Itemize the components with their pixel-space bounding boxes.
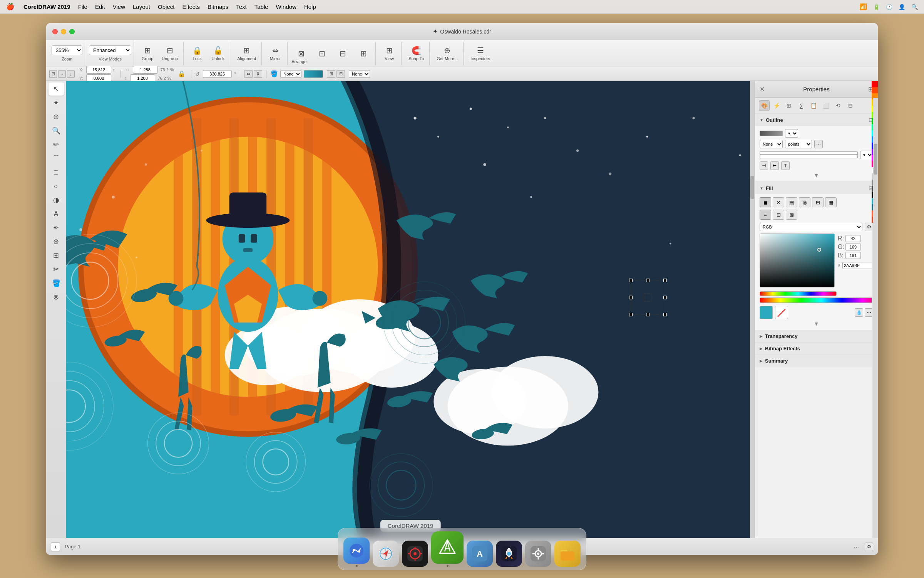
fill-none-swatch[interactable] — [775, 306, 788, 319]
status-settings-button[interactable]: ⚙ — [865, 543, 873, 551]
color-model-select[interactable]: RGB — [760, 223, 862, 231]
outline-style-select[interactable]: ▾ — [860, 151, 873, 159]
bitmap-effects-header[interactable]: ▶ Bitmap Effects — [755, 343, 878, 355]
panel-icon-clipboard[interactable]: 📋 — [808, 100, 819, 111]
outline-none-select[interactable]: None — [760, 140, 783, 148]
outline-units-select[interactable]: points — [785, 140, 812, 148]
fill-eyedropper[interactable]: 💧 — [855, 308, 863, 317]
fill-sub-1[interactable]: ≡ — [760, 210, 771, 220]
dock-coreldraw[interactable] — [431, 531, 464, 567]
dock-safari[interactable] — [373, 541, 399, 567]
panel-icon-summary[interactable]: ∑ — [796, 100, 807, 111]
eyedropper-select[interactable]: None — [349, 70, 370, 78]
panel-icon-minus[interactable]: ⊟ — [845, 100, 856, 111]
canvas-area[interactable]: CorelDRAW 2019 — [66, 81, 755, 555]
mirror-v-button[interactable]: ⇕ — [254, 70, 262, 78]
close-button[interactable] — [52, 29, 58, 34]
snap-to-button[interactable]: 🧲 Snap To — [405, 44, 427, 62]
rotation-input[interactable] — [203, 70, 232, 78]
curve-tool[interactable]: ⌒ — [49, 152, 64, 165]
outline-cap1[interactable]: ⊣ — [760, 161, 768, 170]
dock-rocket[interactable] — [496, 541, 522, 567]
alignment-button[interactable]: ⊞ Alignment — [234, 44, 259, 62]
zoom-tool[interactable]: 🔍 — [49, 124, 64, 137]
get-more-button[interactable]: ⊕ Get More... — [434, 44, 461, 62]
fill-type-solid[interactable]: ◼ — [760, 197, 771, 207]
fill-collapse[interactable]: ▼ — [760, 321, 873, 327]
fill-type-texture[interactable]: ▦ — [825, 197, 837, 207]
add-page-button[interactable]: + — [51, 542, 60, 551]
group-button[interactable]: ⊞ Group — [138, 44, 157, 62]
rect-tool[interactable]: □ — [49, 166, 64, 179]
transparency-section-header[interactable]: ▶ Transparency — [755, 330, 878, 342]
arrange-button4[interactable]: ⊞ — [354, 47, 373, 60]
extra-btn2[interactable]: ⊟ — [336, 70, 345, 78]
view-button[interactable]: ⊞ View — [380, 44, 399, 62]
panel-icon-rotate[interactable]: ⟲ — [833, 100, 844, 111]
fill-color-swatch[interactable] — [760, 306, 773, 319]
palette-red[interactable] — [872, 81, 878, 87]
view-mode-select[interactable]: Enhanced — [89, 45, 131, 55]
maximize-button[interactable] — [69, 29, 75, 34]
menu-app[interactable]: CorelDRAW 2019 — [23, 3, 70, 10]
outline-cap3[interactable]: ⊤ — [781, 161, 790, 170]
menu-bitmaps[interactable]: Bitmaps — [208, 3, 228, 10]
connector-tool[interactable]: ⊕ — [49, 235, 64, 248]
inspectors-button[interactable]: ☰ Inspectors — [467, 44, 493, 62]
polygon-tool[interactable]: ◑ — [49, 193, 64, 207]
zoom-select[interactable]: 355% — [52, 45, 82, 55]
shape-icon-3[interactable]: ↓ — [67, 70, 75, 78]
x-input[interactable] — [86, 66, 111, 74]
panel-icon-transform[interactable]: ⊞ — [783, 100, 794, 111]
fill-section-header[interactable]: ▼ Fill ⊟ — [755, 182, 878, 194]
fill-type-pattern[interactable]: ⊞ — [812, 197, 824, 207]
outline-cap2[interactable]: ⊢ — [770, 161, 779, 170]
status-more-button[interactable]: ⋯ — [853, 543, 860, 551]
arrange-button3[interactable]: ⊟ — [333, 47, 352, 60]
outline-expand[interactable]: ▼ — [760, 172, 873, 178]
dock-folder[interactable] — [554, 541, 581, 567]
fill-select[interactable]: None — [280, 70, 301, 78]
freehand-tool[interactable]: ✏ — [49, 138, 64, 151]
menu-help[interactable]: Help — [304, 3, 316, 10]
pen-tool[interactable]: ✒ — [49, 221, 64, 234]
r-input[interactable] — [845, 235, 861, 242]
v-scrollbar-thumb[interactable] — [750, 176, 754, 199]
panel-icon-frame[interactable]: ⬜ — [820, 100, 831, 111]
panel-scrollbar[interactable] — [873, 98, 878, 555]
menu-edit[interactable]: Edit — [95, 3, 105, 10]
search-icon[interactable]: 🔍 — [911, 4, 918, 10]
shape-tool[interactable]: ✦ — [49, 96, 64, 109]
width-input[interactable] — [133, 66, 158, 74]
menu-text[interactable]: Text — [236, 3, 247, 10]
dock-text-input[interactable]: A — [467, 541, 493, 567]
menu-window[interactable]: Window — [276, 3, 296, 10]
menu-table[interactable]: Table — [254, 3, 268, 10]
menu-view[interactable]: View — [113, 3, 125, 10]
fill-type-none[interactable]: ✕ — [773, 197, 784, 207]
mirror-h-button[interactable]: ⇔ — [244, 70, 253, 78]
extra-btn1[interactable]: ⊞ — [327, 70, 335, 78]
panel-scroll-thumb[interactable] — [874, 144, 877, 175]
lock-button[interactable]: 🔒 Lock — [187, 44, 207, 62]
shadow-tool[interactable]: ⊞ — [49, 249, 64, 262]
dock-screenium[interactable] — [402, 541, 428, 567]
b-input[interactable] — [845, 252, 861, 259]
outline-more-btn[interactable]: ⋯ — [814, 140, 823, 148]
apple-menu[interactable]: 🍎 — [6, 3, 14, 11]
unlock-button[interactable]: 🔓 Unlock — [208, 44, 228, 62]
hex-input[interactable] — [842, 262, 873, 269]
menu-layout[interactable]: Layout — [133, 3, 150, 10]
menu-file[interactable]: File — [78, 3, 87, 10]
transform-tool[interactable]: ⊕ — [49, 110, 64, 123]
outline-dropdown[interactable]: ▾ — [785, 129, 798, 138]
shape-icon-1[interactable]: ⊡ — [49, 70, 57, 78]
panel-icon-effects[interactable]: ⚡ — [771, 100, 782, 111]
eyedropper-tool[interactable]: ⊗ — [49, 291, 64, 304]
color-preview-propbar[interactable] — [304, 70, 323, 78]
dock-preferences[interactable] — [525, 541, 551, 567]
lock-ratio-icon[interactable]: 🔒 — [178, 70, 186, 77]
fill-tool[interactable]: 🪣 — [49, 277, 64, 290]
v-scrollbar[interactable] — [750, 81, 755, 555]
g-input[interactable] — [845, 244, 861, 250]
